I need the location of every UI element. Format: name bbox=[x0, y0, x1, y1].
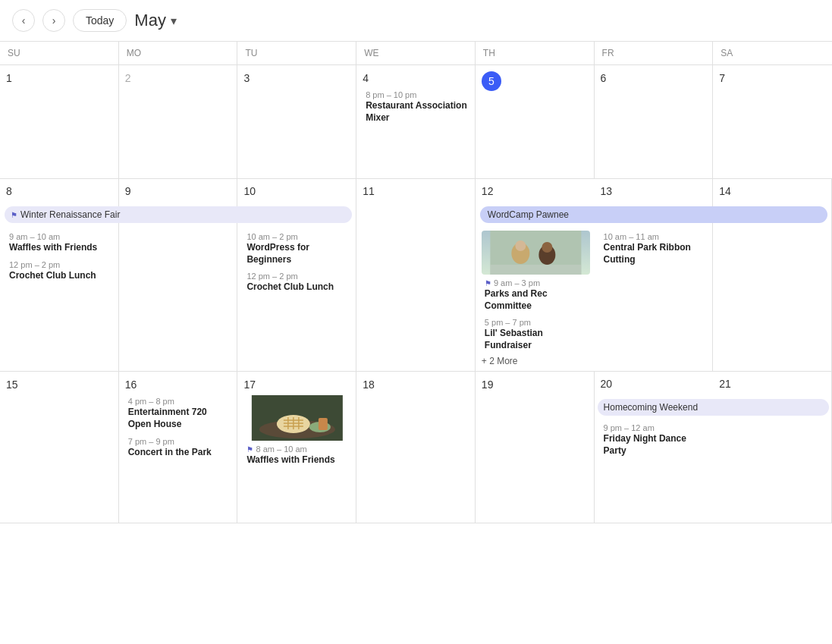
event-label: Winter Renaissance Fair bbox=[20, 209, 120, 220]
day-header-we: WE bbox=[356, 42, 476, 64]
cell-may-16: 16 4 pm – 8 pm Entertainment 720 Open Ho… bbox=[119, 372, 238, 523]
wordcamp-pawnee-event[interactable]: WordCamp Pawnee bbox=[480, 206, 827, 223]
date-18: 18 bbox=[363, 379, 375, 391]
cell-may-6: 6 bbox=[595, 65, 714, 179]
cell-may-5: 5 bbox=[476, 65, 595, 179]
day-header-tu: TU bbox=[237, 42, 356, 64]
event-time: 12 pm – 2 pm bbox=[9, 260, 111, 269]
month-label: May bbox=[134, 11, 166, 30]
event-restaurant-mixer[interactable]: 8 pm – 10 pm Restaurant Association Mixe… bbox=[363, 89, 470, 125]
event-wordpress-beginners[interactable]: 10 am – 2 pm WordPress for Beginners bbox=[243, 231, 351, 267]
cell-may-21: 21 bbox=[713, 372, 832, 523]
event-title: Restaurant Association Mixer bbox=[366, 100, 467, 124]
calendar-grid-container: SU MO TU WE TH FR SA 1 2 3 4 bbox=[0, 41, 832, 523]
event-crochet-10[interactable]: 12 pm – 2 pm Crochet Club Lunch bbox=[243, 270, 351, 295]
week-row-2: ⚑ Winter Renaissance Fair WordCamp Pawne… bbox=[0, 179, 832, 372]
date-8: 8 bbox=[6, 185, 12, 197]
flag-icon: ⚑ bbox=[11, 211, 17, 219]
event-time: 9 pm – 12 am bbox=[604, 423, 706, 432]
more-events-link[interactable]: + 2 More bbox=[482, 356, 590, 366]
day-header-su: SU bbox=[0, 42, 119, 64]
day-header-fr: FR bbox=[595, 42, 714, 64]
event-time: 9 am – 10 am bbox=[9, 232, 111, 241]
event-time: 12 pm – 2 pm bbox=[246, 272, 348, 281]
svg-point-4 bbox=[542, 242, 552, 253]
day-header-th: TH bbox=[476, 42, 595, 64]
date-12: 12 bbox=[482, 185, 494, 197]
date-7: 7 bbox=[719, 72, 725, 84]
event-waffles-friends-17[interactable]: ⚑ 8 am – 10 am Waffles with Friends bbox=[243, 443, 351, 468]
today-button[interactable]: Today bbox=[73, 9, 127, 32]
event-title: Concert in the Park bbox=[128, 447, 230, 459]
date-2: 2 bbox=[125, 72, 131, 84]
svg-rect-5 bbox=[490, 265, 581, 275]
day-headers-row: SU MO TU WE TH FR SA bbox=[0, 42, 832, 65]
app-container: ‹ › Today May ▾ SU MO TU WE TH FR SA 1 bbox=[0, 0, 832, 523]
date-17: 17 bbox=[243, 379, 256, 391]
homecoming-weekend-event[interactable]: Homecoming Weekend bbox=[598, 399, 829, 416]
event-title: Parks and Rec Committee bbox=[485, 288, 587, 312]
date-10: 10 bbox=[243, 185, 256, 197]
event-waffles-friends-8[interactable]: 9 am – 10 am Waffles with Friends bbox=[6, 231, 114, 256]
month-selector[interactable]: May ▾ bbox=[134, 11, 177, 30]
cell-may-11: 11 bbox=[356, 179, 476, 372]
event-time: 7 pm – 9 pm bbox=[128, 437, 230, 446]
svg-point-2 bbox=[515, 240, 526, 251]
date-20: 20 bbox=[601, 378, 613, 390]
event-title: Crochet Club Lunch bbox=[246, 281, 348, 294]
cell-may-17: 17 bbox=[237, 372, 356, 523]
cell-may-19: 19 bbox=[476, 372, 595, 523]
event-title: Crochet Club Lunch bbox=[9, 270, 111, 282]
event-central-park-ribbon[interactable]: 10 am – 11 am Central Park Ribbon Cuttin… bbox=[601, 231, 708, 267]
chevron-right-icon: › bbox=[52, 14, 56, 27]
event-time: 10 am – 2 pm bbox=[246, 232, 348, 241]
winter-renaissance-fair-event[interactable]: ⚑ Winter Renaissance Fair bbox=[5, 206, 352, 223]
event-crochet-8[interactable]: 12 pm – 2 pm Crochet Club Lunch bbox=[6, 259, 114, 284]
event-friday-night-dance[interactable]: 9 pm – 12 am Friday Night Dance Party bbox=[601, 422, 709, 458]
event-time: ⚑ 8 am – 10 am bbox=[246, 445, 348, 454]
date-16: 16 bbox=[125, 379, 137, 391]
event-title: Central Park Ribbon Cutting bbox=[604, 242, 705, 265]
day-header-sa: SA bbox=[713, 42, 832, 64]
event-time: 8 pm – 10 pm bbox=[366, 90, 467, 99]
date-9: 9 bbox=[125, 185, 131, 197]
event-time: 5 pm – 7 pm bbox=[485, 318, 587, 327]
event-concert-park[interactable]: 7 pm – 9 pm Concert in the Park bbox=[125, 435, 233, 460]
next-button[interactable]: › bbox=[42, 9, 65, 32]
date-21: 21 bbox=[719, 378, 731, 390]
event-title: WordPress for Beginners bbox=[246, 242, 348, 265]
event-sebastian-fundraiser[interactable]: 5 pm – 7 pm Lil' Sebastian Fundraiser bbox=[482, 316, 590, 353]
week-row-3: Homecoming Weekend 15 16 4 pm – 8 pm Ent… bbox=[0, 372, 832, 523]
cell-may-15: 15 bbox=[0, 372, 119, 523]
event-title: Lil' Sebastian Fundraiser bbox=[485, 328, 587, 351]
event-label: Homecoming Weekend bbox=[604, 402, 699, 413]
date-14: 14 bbox=[719, 185, 731, 197]
prev-button[interactable]: ‹ bbox=[12, 9, 35, 32]
event-title: Waffles with Friends bbox=[9, 242, 111, 254]
date-1: 1 bbox=[6, 72, 12, 84]
parks-rec-image bbox=[482, 231, 590, 275]
event-title: Entertainment 720 Open House bbox=[128, 407, 230, 430]
event-parks-rec[interactable]: ⚑ 9 am – 3 pm Parks and Rec Committee bbox=[482, 277, 590, 313]
month-chevron-icon: ▾ bbox=[171, 14, 177, 28]
event-time: 10 am – 11 am bbox=[604, 232, 705, 241]
date-5: 5 bbox=[482, 71, 501, 91]
event-time: ⚑ 9 am – 3 pm bbox=[485, 278, 587, 287]
cell-may-2: 2 bbox=[119, 65, 238, 179]
date-6: 6 bbox=[601, 72, 607, 84]
day-header-mo: MO bbox=[119, 42, 238, 64]
cell-may-20: 20 9 pm – 12 am Friday Night Dance Party bbox=[595, 372, 714, 523]
cell-may-4: 4 8 pm – 10 pm Restaurant Association Mi… bbox=[356, 65, 476, 179]
chevron-left-icon: ‹ bbox=[22, 14, 26, 27]
date-15: 15 bbox=[6, 379, 18, 391]
date-13: 13 bbox=[601, 185, 613, 197]
event-time: 4 pm – 8 pm bbox=[128, 397, 230, 406]
cell-may-1: 1 bbox=[0, 65, 119, 179]
date-4: 4 bbox=[363, 72, 369, 84]
event-label: WordCamp Pawnee bbox=[488, 209, 569, 220]
date-19: 19 bbox=[482, 379, 494, 391]
event-entertainment-720[interactable]: 4 pm – 8 pm Entertainment 720 Open House bbox=[125, 395, 233, 432]
event-title: Friday Night Dance Party bbox=[604, 433, 706, 457]
cell-may-18: 18 bbox=[356, 372, 476, 523]
event-title: Waffles with Friends bbox=[246, 454, 348, 467]
